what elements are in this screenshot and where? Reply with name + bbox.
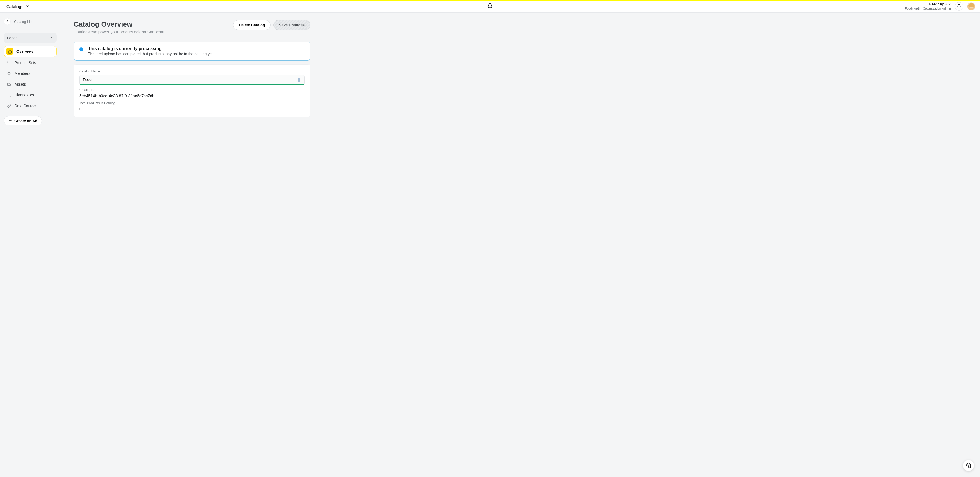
nav-diagnostics[interactable]: Diagnostics [4,90,57,100]
search-icon [6,93,11,97]
org-name: Feedr ApS [929,2,947,6]
org-role: Feedr ApS - Organization Admin [905,7,951,11]
section-label: Catalogs [6,4,24,9]
nav-assets[interactable]: Assets [4,80,57,89]
chevron-down-icon [25,4,29,9]
nav-label: Members [14,71,30,76]
svg-point-4 [7,62,8,63]
main: Catalog Overview Catalogs can power your… [61,13,980,477]
bell-icon [957,4,961,9]
svg-point-3 [7,62,8,62]
catalog-name-label: Catalog Name [80,69,305,73]
input-suffix-icon: ∥‖ [298,78,301,82]
catalog-selector-value: Feedr [7,36,17,40]
save-changes-button[interactable]: Save Changes [273,20,310,30]
create-ad-label: Create an Ad [14,119,37,123]
folder-icon [6,82,11,87]
help-icon [966,462,971,469]
help-button[interactable] [963,460,974,471]
banner-body: The feed upload has completed, but produ… [88,52,214,56]
catalog-name-input[interactable] [80,75,305,85]
svg-point-6 [8,72,10,73]
sidebar: Catalog List Feedr Overview [0,13,61,477]
snapchat-logo [487,3,493,10]
notifications-button[interactable] [955,2,963,11]
delete-catalog-button[interactable]: Delete Catalog [233,20,270,30]
catalog-details-card: Catalog Name ∥‖ Catalog ID 5eb4514b-b0ce… [74,64,310,117]
total-products-value: 0 [80,107,305,111]
avatar[interactable] [967,2,975,11]
members-icon [6,71,11,76]
catalog-id-label: Catalog ID [80,88,305,92]
nav-label: Overview [16,49,33,54]
catalog-selector[interactable]: Feedr [4,33,57,43]
chevron-down-icon [50,35,54,40]
svg-point-13 [968,466,969,466]
svg-line-10 [10,96,11,97]
home-icon [6,48,13,55]
back-button[interactable] [4,18,11,25]
list-icon [6,60,11,65]
nav-product-sets[interactable]: Product Sets [4,58,57,67]
nav-label: Assets [14,82,26,86]
nav-members[interactable]: Members [4,69,57,78]
banner-title: This catalog is currently processing [88,46,214,51]
chevron-left-icon [6,19,9,24]
plus-icon [8,118,12,123]
svg-point-5 [7,64,8,64]
nav: Overview Product Sets Members [4,46,57,111]
page-subtitle: Catalogs can power your product ads on S… [74,30,165,34]
topbar: Catalogs Feedr ApS Feedr ApS - Organizat… [0,0,980,13]
link-icon [6,104,11,108]
info-icon: i [80,47,83,51]
catalog-id-value: 5eb4514b-b0ce-4e33-87f9-31ac6d7cc7db [80,93,305,98]
breadcrumb: Catalog List [14,20,33,24]
nav-label: Diagnostics [14,93,34,97]
chevron-down-icon [948,2,951,6]
svg-point-7 [7,73,8,73]
section-switcher[interactable]: Catalogs [6,4,29,9]
total-products-label: Total Products in Catalog [80,101,305,105]
nav-label: Product Sets [14,61,36,65]
nav-overview[interactable]: Overview [4,46,57,57]
processing-banner: i This catalog is currently processing T… [74,42,310,61]
create-ad-button[interactable]: Create an Ad [4,116,42,126]
nav-data-sources[interactable]: Data Sources [4,101,57,111]
svg-point-8 [10,73,11,73]
org-switcher[interactable]: Feedr ApS Feedr ApS - Organization Admin [905,2,951,11]
nav-label: Data Sources [14,104,37,108]
page-title: Catalog Overview [74,20,165,29]
